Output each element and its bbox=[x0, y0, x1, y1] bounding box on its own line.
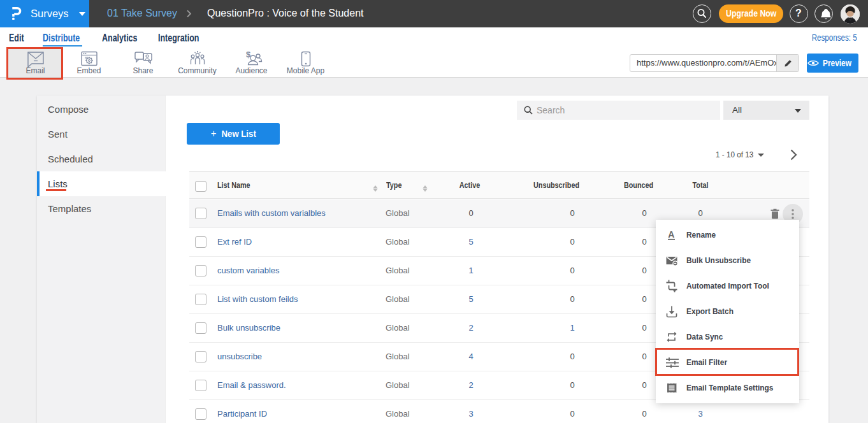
svg-text:A: A bbox=[668, 229, 674, 240]
svg-text:$: $ bbox=[246, 50, 251, 59]
